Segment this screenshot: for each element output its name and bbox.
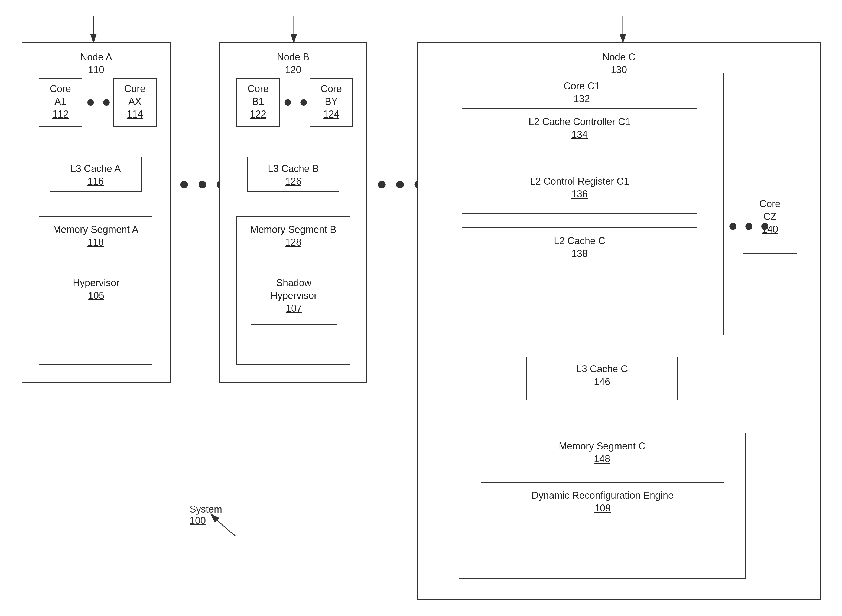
- shadow-hypervisor-label: ShadowHypervisor107: [251, 277, 337, 315]
- shadow-hypervisor: ShadowHypervisor107: [251, 271, 337, 325]
- core-a1: CoreA1112: [39, 78, 82, 127]
- memory-b-label: Memory Segment B128: [237, 223, 350, 249]
- hypervisor: Hypervisor105: [53, 271, 139, 314]
- l3-cache-b: L3 Cache B126: [247, 157, 339, 192]
- l3-cache-c: L3 Cache C146: [526, 357, 678, 400]
- core-by: CoreBY124: [310, 78, 353, 127]
- l2-cache-controller-label: L2 Cache Controller C1134: [462, 116, 697, 141]
- core-c1-label: Core C1132: [440, 80, 723, 105]
- l3-cache-a-label: L3 Cache A116: [50, 163, 141, 188]
- node-c: Node C130 Core C1132 L2 Cache Controller…: [417, 42, 821, 600]
- cores-c-dots: ● ● ●: [728, 216, 770, 235]
- l3-cache-c-label: L3 Cache C146: [527, 363, 677, 388]
- memory-c-label: Memory Segment C148: [459, 440, 745, 465]
- l3-cache-b-label: L3 Cache B126: [248, 163, 339, 188]
- node-b-label: Node B120: [220, 51, 366, 76]
- dynamic-reconfig-engine: Dynamic Reconfiguration Engine109: [481, 482, 725, 536]
- core-ax-label: CoreAX114: [114, 82, 156, 120]
- l2-cache-c-label: L2 Cache C138: [462, 235, 697, 260]
- node-a-id: 110: [88, 64, 104, 75]
- hypervisor-label: Hypervisor105: [53, 277, 139, 302]
- core-by-label: CoreBY124: [310, 82, 352, 120]
- core-ax: CoreAX114: [113, 78, 157, 127]
- node-a: Node A110 CoreA1112 ● ● ● CoreAX114 L3 C…: [22, 42, 171, 383]
- engine-label: Dynamic Reconfiguration Engine109: [481, 489, 724, 515]
- l3-cache-a: L3 Cache A116: [50, 157, 142, 192]
- node-a-label: Node A110: [22, 51, 170, 76]
- core-a1-label: CoreA1112: [39, 82, 82, 120]
- l2-cache-controller: L2 Cache Controller C1134: [462, 108, 697, 154]
- node-b: Node B120 CoreB1122 ● ● ● CoreBY124 L3 C…: [219, 42, 367, 383]
- memory-a: Memory Segment A118 Hypervisor105: [39, 216, 153, 365]
- core-c1-outer: Core C1132 L2 Cache Controller C1134 L2 …: [440, 73, 724, 335]
- memory-b: Memory Segment B128 ShadowHypervisor107: [236, 216, 350, 365]
- l2-control-register-label: L2 Control Register C1136: [462, 175, 697, 201]
- l2-cache-c: L2 Cache C138: [462, 227, 697, 273]
- system-label: System100: [189, 504, 222, 527]
- core-b1: CoreB1122: [236, 78, 280, 127]
- memory-c: Memory Segment C148 Dynamic Reconfigurat…: [459, 433, 745, 579]
- core-b1-label: CoreB1122: [237, 82, 279, 120]
- l2-control-register: L2 Control Register C1136: [462, 168, 697, 214]
- diagram: Node A110 CoreA1112 ● ● ● CoreAX114 L3 C…: [0, 0, 842, 616]
- memory-a-label: Memory Segment A118: [39, 223, 152, 249]
